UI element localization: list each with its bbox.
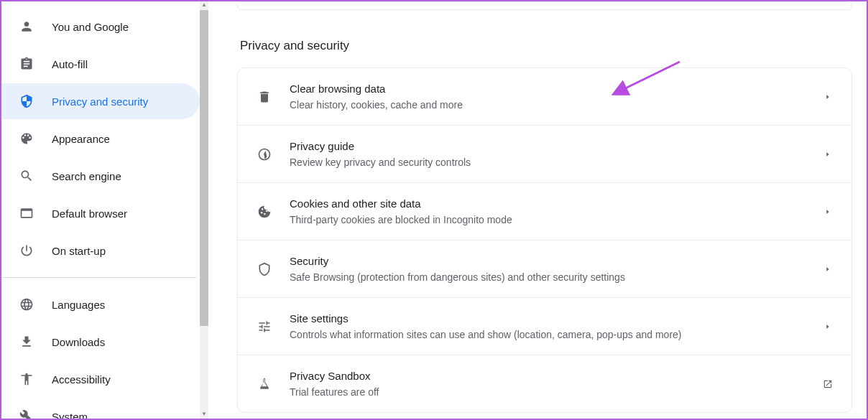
sidebar-item-downloads[interactable]: Downloads (1, 324, 200, 360)
power-icon (19, 243, 34, 258)
sidebar-item-appearance[interactable]: Appearance (1, 121, 200, 157)
person-icon (19, 19, 34, 34)
sidebar-item-label: System (52, 411, 88, 419)
sidebar-item-accessibility[interactable]: Accessibility (1, 361, 200, 397)
download-icon (19, 334, 34, 350)
chevron-right-icon (823, 322, 833, 332)
sidebar-item-label: Appearance (52, 133, 110, 145)
row-text: Privacy guide Review key privacy and sec… (290, 140, 805, 168)
shield-outline-icon (257, 261, 272, 277)
row-text: Security Safe Browsing (protection from … (290, 255, 805, 283)
sidebar: You and Google Auto-fill Privacy and sec… (1, 1, 208, 419)
section-title: Privacy and security (240, 39, 852, 53)
row-subtitle: Third-party cookies are blocked in Incog… (290, 214, 805, 225)
row-subtitle: Trial features are off (290, 386, 805, 398)
sidebar-item-search-engine[interactable]: Search engine (1, 158, 200, 194)
trash-icon (257, 89, 272, 105)
row-cookies[interactable]: Cookies and other site data Third-party … (238, 183, 851, 241)
row-clear-browsing-data[interactable]: Clear browsing data Clear history, cooki… (238, 68, 851, 126)
sidebar-item-languages[interactable]: Languages (1, 286, 200, 322)
sidebar-item-system[interactable]: System (1, 398, 200, 419)
content: Privacy and security Clear browsing data… (208, 1, 867, 419)
row-title: Site settings (290, 312, 805, 325)
accessibility-icon (19, 371, 34, 387)
sidebar-divider (1, 277, 197, 278)
browser-icon (19, 205, 34, 221)
row-subtitle: Safe Browsing (protection from dangerous… (290, 271, 805, 283)
sliders-icon (257, 319, 272, 335)
sidebar-item-label: On start-up (52, 245, 106, 257)
chevron-right-icon (823, 92, 833, 102)
sidebar-item-label: You and Google (52, 21, 129, 33)
row-title: Cookies and other site data (290, 197, 805, 210)
sidebar-item-label: Languages (52, 299, 105, 311)
settings-card: Clear browsing data Clear history, cooki… (237, 67, 852, 413)
scrollbar-thumb (200, 10, 208, 326)
row-privacy-guide[interactable]: Privacy guide Review key privacy and sec… (238, 126, 851, 183)
scrollbar-up-icon: ▲ (201, 1, 207, 7)
sidebar-item-label: Accessibility (52, 373, 111, 386)
row-subtitle: Clear history, cookies, cache and more (290, 99, 805, 111)
chevron-right-icon (823, 207, 833, 217)
search-icon (19, 168, 34, 184)
row-title: Privacy Sandbox (290, 370, 805, 382)
sidebar-scrollbar[interactable]: ▲ ▼ (200, 1, 208, 419)
sidebar-item-autofill[interactable]: Auto-fill (1, 46, 200, 82)
sidebar-item-you-and-google[interactable]: You and Google (1, 9, 200, 45)
row-title: Clear browsing data (290, 83, 805, 95)
cookie-icon (257, 204, 272, 220)
sidebar-item-label: Privacy and security (52, 95, 148, 108)
chevron-right-icon (823, 264, 833, 274)
row-text: Clear browsing data Clear history, cooki… (290, 83, 805, 111)
sidebar-item-label: Search engine (52, 170, 121, 182)
row-text: Cookies and other site data Third-party … (290, 197, 805, 225)
autofill-icon (19, 56, 34, 72)
sidebar-item-on-startup[interactable]: On start-up (1, 233, 200, 269)
row-text: Privacy Sandbox Trial features are off (290, 370, 805, 398)
row-subtitle: Review key privacy and security controls (290, 157, 805, 168)
chevron-right-icon (823, 149, 833, 159)
row-subtitle: Controls what information sites can use … (290, 329, 805, 340)
sidebar-item-default-browser[interactable]: Default browser (1, 195, 200, 231)
scrollbar-down-icon: ▼ (201, 411, 207, 417)
row-title: Privacy guide (290, 140, 805, 152)
sidebar-item-label: Auto-fill (52, 58, 88, 70)
flask-icon (257, 376, 272, 392)
sidebar-item-label: Default browser (52, 207, 127, 220)
previous-card-peek (237, 1, 852, 10)
row-privacy-sandbox[interactable]: Privacy Sandbox Trial features are off (238, 355, 851, 412)
compass-icon (257, 146, 272, 162)
wrench-icon (19, 409, 34, 419)
sidebar-item-label: Downloads (52, 336, 105, 348)
external-link-icon (823, 379, 833, 389)
row-text: Site settings Controls what information … (290, 312, 805, 340)
shield-icon (19, 93, 34, 109)
sidebar-item-privacy-security[interactable]: Privacy and security (1, 83, 200, 119)
row-security[interactable]: Security Safe Browsing (protection from … (238, 241, 851, 298)
row-site-settings[interactable]: Site settings Controls what information … (238, 298, 851, 355)
row-title: Security (290, 255, 805, 267)
globe-icon (19, 297, 34, 312)
palette-icon (19, 131, 34, 146)
